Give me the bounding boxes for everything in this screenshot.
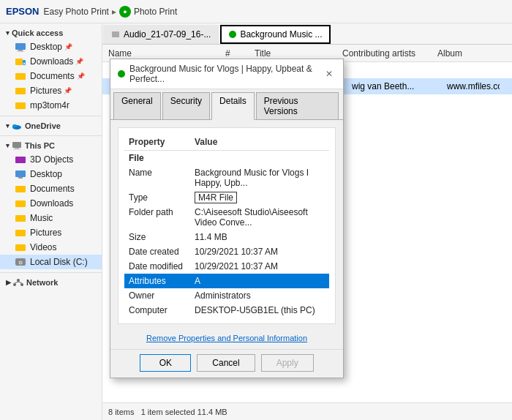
sidebar-item-music-label: Music [30,213,53,223]
svg-point-10 [12,124,17,127]
table-row-owner[interactable]: Owner Administrators [124,288,329,303]
svg-rect-7 [15,88,26,94]
prop-folderpath: Folder path [124,205,190,230]
dialog-close-button[interactable]: ✕ [323,67,336,81]
network-header[interactable]: ▶ Network [0,276,102,289]
table-row-type[interactable]: Type M4R File [124,190,329,205]
svg-rect-18 [15,200,26,207]
svg-point-25 [17,279,20,282]
val-type: M4R File [190,190,329,205]
sidebar-item-desktop-pc[interactable]: Desktop [0,167,102,181]
file-section-label: File [124,151,329,166]
svg-rect-14 [15,157,26,163]
table-row-computer[interactable]: Computer DESKTOP-U5GB1EL (this PC) [124,303,329,318]
pin-icon-pictures: 📌 [64,87,72,94]
quick-access-header[interactable]: ▾ Quick access [0,26,102,40]
network-chevron: ▶ [6,279,11,286]
sidebar-item-desktop-qa[interactable]: Desktop 📌 [0,40,102,54]
svg-line-28 [15,282,18,283]
prop-type: Type [124,190,190,205]
svg-rect-12 [15,148,19,149]
tab-background[interactable]: Background Music ... [220,25,331,44]
remove-properties-link[interactable]: Remove Properties and Personal Informati… [146,334,307,342]
onedrive-header[interactable]: ▾ OneDrive [0,119,102,132]
sidebar-divider-1 [0,116,102,116]
file-tabs: Audio_21-07-09_16-... Background Music .… [102,23,512,45]
svg-rect-20 [15,230,26,236]
table-row-name[interactable]: Name Background Music for Vlogs I Happy,… [124,165,329,190]
table-row-attributes[interactable]: Attributes A [124,274,329,288]
sidebar-item-desktop-pc-label: Desktop [30,169,62,179]
sidebar-item-documents-pc[interactable]: Documents [0,181,102,196]
svg-rect-21 [15,244,26,251]
properties-table: Property Value File Name Background Musi… [124,134,329,318]
val-datemodified: 10/29/2021 10:37 AM [190,259,329,274]
svg-rect-8 [15,102,26,109]
val-size: 11.4 MB [190,230,329,244]
val-attributes: A [190,274,329,288]
svg-point-24 [20,262,21,263]
sidebar-item-downloads-pc[interactable]: Downloads [0,196,102,211]
table-header-value: Value [190,134,329,151]
col-header-contributing[interactable]: Contributing artists [336,48,432,59]
sidebar-item-videos[interactable]: Videos [0,240,102,255]
dialog-title-dot [118,70,125,78]
col-header-album[interactable]: Album [432,48,490,59]
arrow-separator: ▸ [112,7,116,17]
sidebar-item-pictures-pc[interactable]: Pictures [0,225,102,240]
status-selected: 1 item selected [141,408,195,416]
documents-icon-qa [15,70,26,82]
thispc-icon [12,141,22,150]
background-contributing: wig van Beeth... [346,81,441,91]
sidebar-item-mp3tom4r[interactable]: mp3tom4r [0,98,102,113]
col-header-name[interactable]: Name [102,48,219,59]
dialog-tabs: General Security Details Previous Versio… [110,89,343,120]
sidebar-item-downloads-qa[interactable]: Downloads 📌 [0,54,102,69]
quick-access-label: Quick access [12,29,63,37]
prop-size: Size [124,230,190,244]
dialog-footer: Remove Properties and Personal Informati… [110,327,343,349]
val-datecreated: 10/29/2021 10:37 AM [190,244,329,259]
sidebar: ▾ Quick access Desktop 📌 Downloads 📌 Doc… [0,23,102,420]
dialog-tab-general[interactable]: General [113,92,161,119]
sidebar-divider-2 [0,135,102,136]
tab-audio[interactable]: Audio_21-07-09_16-... [103,25,219,44]
pin-icon-desktop: 📌 [64,43,72,50]
table-row-size[interactable]: Size 11.4 MB [124,230,329,244]
dialog-tab-security[interactable]: Security [162,92,210,119]
sidebar-item-pictures-qa[interactable]: Pictures 📌 [0,83,102,98]
sidebar-item-music[interactable]: Music [0,211,102,225]
quick-access-chevron: ▾ [6,29,10,37]
thispc-header[interactable]: ▾ This PC [0,139,102,152]
dialog-tab-previous[interactable]: Previous Versions [256,92,339,119]
photo-print-tab[interactable]: ● Photo Print [119,6,177,18]
prop-attributes: Attributes [124,274,190,288]
svg-rect-30 [112,31,119,37]
sidebar-item-localdisk[interactable]: Local Disk (C:) [0,255,102,269]
svg-rect-2 [17,51,24,52]
svg-rect-17 [15,186,26,192]
sidebar-item-mp3tom4r-label: mp3tom4r [30,100,69,110]
photo-print-label: Photo Print [134,7,177,17]
table-row-folderpath[interactable]: Folder path C:\Aiseesoft Studio\Aiseesof… [124,205,329,230]
cancel-button[interactable]: Cancel [197,354,255,372]
col-header-title[interactable]: Title [249,48,336,59]
dialog-tab-details[interactable]: Details [211,92,255,120]
dialog-table-container: Property Value File Name Background Musi… [118,127,336,324]
status-bar: 8 items 1 item selected 11.4 MB [102,402,512,420]
col-header-hash[interactable]: # [219,48,249,59]
sidebar-item-pictures-pc-label: Pictures [30,228,61,238]
sidebar-item-documents-qa[interactable]: Documents 📌 [0,69,102,83]
svg-rect-15 [15,170,26,177]
table-row-datemodified[interactable]: Date modified 10/29/2021 10:37 AM [124,259,329,274]
apply-button[interactable]: Apply [261,354,314,372]
svg-point-26 [13,283,16,286]
svg-rect-3 [15,59,23,65]
dialog-buttons: OK Cancel Apply [110,349,343,378]
table-row-datecreated[interactable]: Date created 10/29/2021 10:37 AM [124,244,329,259]
tab-background-dot [229,31,236,38]
sidebar-item-3dobjects[interactable]: 3D Objects [0,152,102,167]
onedrive-icon [12,122,22,130]
ok-button[interactable]: OK [140,354,191,372]
dialog-titlebar: Background Music for Vlogs | Happy, Upbe… [110,59,343,89]
